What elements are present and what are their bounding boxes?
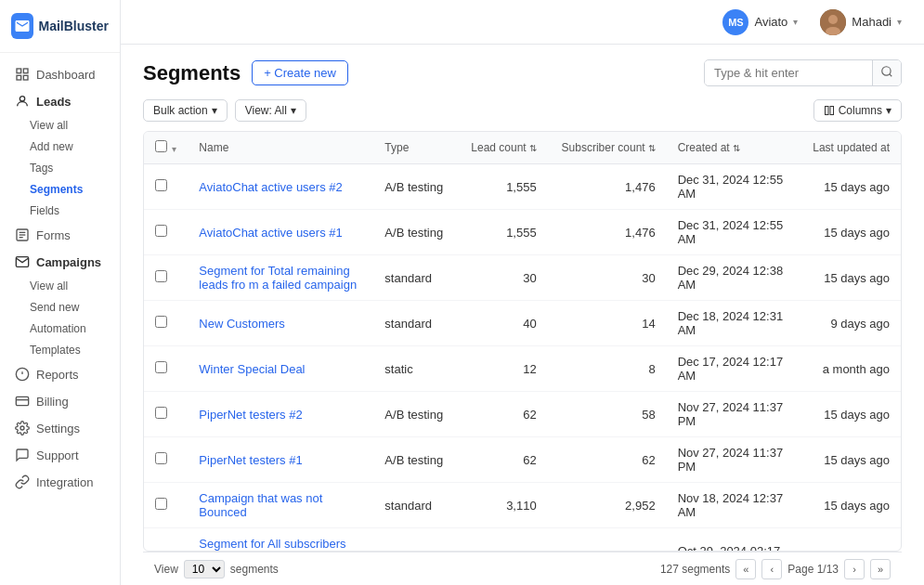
table-row: PiperNet testers #2 A/B testing 62 58 No…	[144, 392, 901, 437]
row-checkbox-0[interactable]	[155, 179, 167, 191]
row-checkbox-cell	[144, 483, 188, 528]
th-lead-count[interactable]: Lead count ⇅	[457, 132, 548, 164]
segment-name-link-6[interactable]: PiperNet testers #1	[199, 453, 302, 467]
segments-label: segments	[230, 563, 279, 576]
svg-rect-1	[23, 69, 28, 73]
row-lead-count-5: 62	[457, 392, 548, 437]
sidebar-item-support[interactable]: Support	[4, 442, 116, 468]
footer-right: 127 segments « ‹ Page 1/13 › »	[660, 559, 891, 579]
avatar-mahadi	[820, 9, 846, 35]
svg-line-19	[890, 74, 892, 77]
topbar-username-aviato: Aviato	[754, 15, 787, 29]
sidebar-item-leads[interactable]: Leads	[4, 88, 116, 114]
sort-icon-sub: ⇅	[648, 143, 656, 153]
row-checkbox-cell	[144, 301, 188, 346]
search-button[interactable]	[872, 60, 901, 85]
row-checkbox-cell	[144, 437, 188, 483]
sidebar-item-reports[interactable]: Reports	[4, 361, 116, 387]
sidebar-item-dashboard[interactable]: Dashboard	[4, 61, 116, 87]
row-created-at-5: Nov 27, 2024 11:37 PM	[667, 392, 795, 437]
svg-rect-12	[16, 396, 28, 405]
th-type: Type	[373, 132, 457, 164]
row-checkbox-1[interactable]	[155, 225, 167, 237]
row-type-4: static	[373, 346, 457, 392]
create-new-button[interactable]: + Create new	[252, 60, 348, 85]
row-checkbox-6[interactable]	[155, 452, 167, 464]
sidebar-item-settings[interactable]: Settings	[4, 415, 116, 441]
sidebar-subitem-segments[interactable]: Segments	[4, 179, 116, 200]
row-type-3: standard	[373, 301, 457, 346]
row-subscriber-count-2: 30	[548, 255, 667, 301]
row-checkbox-2[interactable]	[155, 270, 167, 282]
row-checkbox-4[interactable]	[155, 361, 167, 373]
row-updated-at-8: 15 days ago	[794, 528, 901, 552]
sidebar-subitem-automation[interactable]: Automation	[4, 318, 116, 339]
search-input[interactable]	[705, 61, 872, 84]
last-page-button[interactable]: »	[870, 559, 891, 579]
segment-name-link-4[interactable]: Winter Special Deal	[199, 362, 305, 376]
row-checkbox-3[interactable]	[155, 316, 167, 328]
topbar-user-mahadi[interactable]: Mahadi ▾	[813, 6, 909, 39]
segment-name-link-3[interactable]: New Customers	[199, 317, 284, 331]
row-checkbox-cell	[144, 392, 188, 437]
segment-name-link-2[interactable]: Segment for Total remaining leads fro m …	[199, 264, 357, 292]
row-checkbox-5[interactable]	[155, 407, 167, 419]
next-page-button[interactable]: ›	[844, 559, 865, 579]
bulk-action-button[interactable]: Bulk action ▾	[143, 99, 228, 122]
table-row: AviatoChat active users #1 A/B testing 1…	[144, 210, 901, 255]
total-segments: 127 segments	[660, 563, 730, 576]
sidebar-subitem-send-new[interactable]: Send new	[4, 297, 116, 318]
sidebar-subitem-fields[interactable]: Fields	[4, 201, 116, 221]
row-subscriber-count-7: 2,952	[548, 483, 667, 528]
segment-name-link-5[interactable]: PiperNet testers #2	[199, 408, 302, 422]
search-icon	[880, 65, 893, 78]
topbar-username-mahadi: Mahadi	[852, 15, 891, 29]
sidebar-subitem-add-new[interactable]: Add new	[4, 136, 116, 157]
row-name-4: Winter Special Deal	[188, 346, 373, 392]
prev-page-button[interactable]: ‹	[761, 559, 782, 579]
row-type-0: A/B testing	[373, 164, 457, 210]
sidebar-item-campaigns[interactable]: Campaigns	[4, 249, 116, 275]
sidebar-item-billing[interactable]: Billing	[4, 388, 116, 414]
th-created-at[interactable]: Created at ⇅	[667, 132, 795, 164]
columns-icon	[824, 105, 835, 116]
row-updated-at-2: 15 days ago	[794, 255, 901, 301]
per-page-select[interactable]: 10 25 50	[184, 560, 225, 578]
sort-icon-created: ⇅	[733, 143, 740, 153]
sidebar-subitem-view-all[interactable]: View all	[4, 115, 116, 136]
chevron-down-icon-columns: ▾	[886, 104, 891, 117]
table-row: Winter Special Deal static 12 8 Dec 17, …	[144, 346, 901, 392]
row-name-2: Segment for Total remaining leads fro m …	[188, 255, 373, 301]
toolbar: Bulk action ▾ View: All ▾ Columns ▾	[143, 99, 902, 122]
row-name-7: Campaign that was not Bounced	[188, 483, 373, 528]
sidebar-item-integration[interactable]: Integration	[4, 469, 116, 495]
row-subscriber-count-4: 8	[548, 346, 667, 392]
sidebar-subitem-tags[interactable]: Tags	[4, 158, 116, 178]
row-lead-count-3: 40	[457, 301, 548, 346]
sidebar-subitem-templates[interactable]: Templates	[4, 340, 116, 360]
avatar-aviato: MS	[722, 9, 748, 35]
th-subscriber-count[interactable]: Subscriber count ⇅	[548, 132, 667, 164]
sidebar-nav: Dashboard Leads View all Add new Tags Se…	[0, 53, 120, 585]
logo[interactable]: MailBluster	[0, 0, 120, 53]
columns-button[interactable]: Columns ▾	[813, 99, 902, 122]
sidebar-item-forms[interactable]: Forms	[4, 222, 116, 248]
first-page-button[interactable]: «	[735, 559, 756, 579]
segment-name-link-8[interactable]: Segment for All subscribers who did n ot…	[199, 537, 345, 552]
sidebar-subitem-view-all-c[interactable]: View all	[4, 276, 116, 296]
table-container: ▾ Name Type Lead count	[143, 131, 902, 552]
select-all-checkbox[interactable]	[155, 140, 167, 152]
row-lead-count-8: 3,108	[457, 528, 548, 552]
segment-name-link-7[interactable]: Campaign that was not Bounced	[199, 491, 322, 519]
view-all-button[interactable]: View: All ▾	[235, 99, 306, 122]
th-name[interactable]: Name	[188, 132, 373, 164]
segment-name-link-0[interactable]: AviatoChat active users #2	[199, 180, 342, 194]
row-created-at-3: Dec 18, 2024 12:31 AM	[667, 301, 795, 346]
topbar-user-aviato[interactable]: MS Aviato ▾	[715, 6, 805, 39]
sidebar-label-dashboard: Dashboard	[36, 68, 96, 82]
row-updated-at-3: 9 days ago	[794, 301, 901, 346]
row-type-8: standard	[373, 528, 457, 552]
segment-name-link-1[interactable]: AviatoChat active users #1	[199, 226, 342, 240]
row-created-at-6: Nov 27, 2024 11:37 PM	[667, 437, 795, 483]
row-checkbox-7[interactable]	[155, 498, 167, 510]
